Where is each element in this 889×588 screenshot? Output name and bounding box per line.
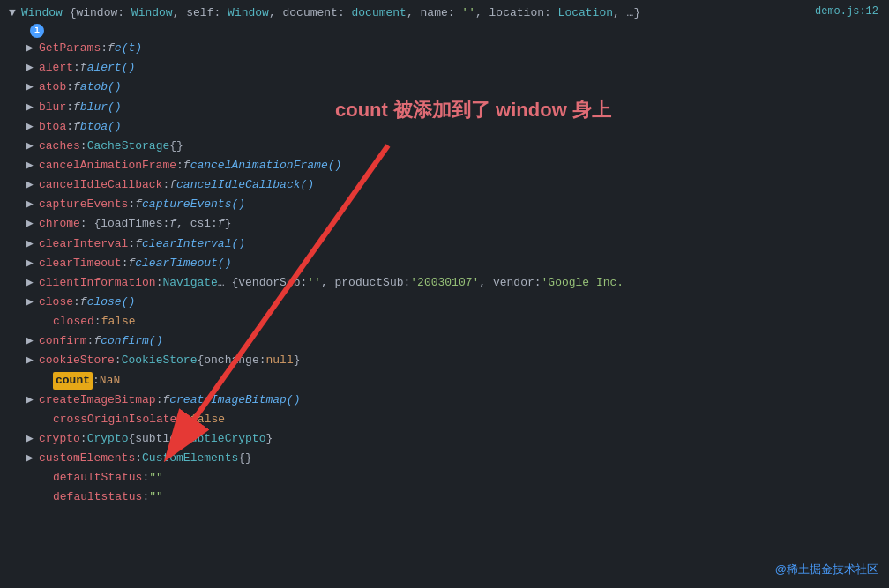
line-atob: ▶ atob: f atob() (0, 78, 889, 97)
file-reference: demo.js:12 (815, 5, 878, 18)
line-confirm: ▶ confirm: f confirm() (0, 331, 889, 351)
line-crypto: ▶ crypto: Crypto {subtle: SubtleCrypto} (0, 429, 889, 449)
line-caches: ▶ caches: CacheStorage {} (0, 137, 889, 156)
line-chrome: ▶ chrome: {loadTimes: f, csi: f} (0, 214, 889, 234)
console-panel: demo.js:12 ▼ Window {window: Window, sel… (0, 0, 889, 588)
expand-arrow[interactable]: ▶ (26, 157, 39, 175)
window-label: Window {window: Window, self: Window, do… (21, 4, 640, 22)
info-icon-line: i (0, 23, 889, 39)
line-defaultstatus: defaultstatus: "" (0, 488, 889, 507)
expand-arrow[interactable]: ▶ (26, 40, 39, 57)
line-clearTimeout: ▶ clearTimeout: f clearTimeout() (0, 254, 889, 273)
expand-arrow[interactable]: ▶ (26, 255, 39, 272)
line-cancelAnimationFrame: ▶ cancelAnimationFrame: f cancelAnimatio… (0, 156, 889, 175)
line-blur: ▶ blur: f blur() (0, 98, 889, 117)
expand-arrow[interactable]: ▶ (26, 450, 39, 467)
expand-arrow[interactable]: ▶ (26, 332, 39, 350)
expand-arrow[interactable]: ▼ (9, 4, 21, 22)
expand-arrow[interactable]: ▶ (26, 274, 39, 292)
line-defaultStatus: defaultStatus: "" (0, 468, 889, 488)
expand-arrow[interactable]: ▶ (26, 391, 39, 409)
expand-arrow[interactable]: ▶ (26, 215, 39, 233)
expand-arrow[interactable]: ▶ (26, 196, 39, 213)
watermark: @稀土掘金技术社区 (775, 562, 878, 577)
line-crossOriginIsolated: crossOriginIsolated: false (0, 410, 889, 429)
expand-arrow[interactable]: ▶ (26, 138, 39, 155)
line-customElements: ▶ customElements: CustomElements {} (0, 449, 889, 468)
line-closed: closed: false (0, 312, 889, 331)
line-cookieStore: ▶ cookieStore: CookieStore {onchange: nu… (0, 351, 889, 370)
count-highlight: count (53, 372, 93, 390)
line-captureEvents: ▶ captureEvents: f captureEvents() (0, 195, 889, 214)
expand-arrow[interactable]: ▶ (26, 59, 39, 77)
line-clearInterval: ▶ clearInterval: f clearInterval() (0, 234, 889, 254)
expand-arrow[interactable]: ▶ (26, 176, 39, 194)
expand-arrow[interactable]: ▶ (26, 294, 39, 311)
expand-arrow[interactable]: ▶ (26, 352, 39, 369)
line-cancelIdleCallback: ▶ cancelIdleCallback: f cancelIdleCallba… (0, 175, 889, 195)
expand-arrow[interactable]: ▶ (26, 430, 39, 448)
line-clientInformation: ▶ clientInformation: Navigate… {vendorSu… (0, 273, 889, 293)
window-header-line: ▼ Window {window: Window, self: Window, … (0, 4, 889, 23)
line-createImageBitmap: ▶ createImageBitmap: f createImageBitmap… (0, 391, 889, 410)
expand-arrow[interactable]: ▶ (26, 235, 39, 253)
line-close: ▶ close: f close() (0, 293, 889, 312)
line-alert: ▶ alert: f alert() (0, 58, 889, 78)
line-count: count: NaN (0, 371, 889, 391)
info-icon: i (30, 24, 44, 38)
line-getparams: ▶ GetParams: f e(t) (0, 39, 889, 58)
expand-arrow[interactable]: ▶ (26, 99, 39, 116)
expand-arrow[interactable]: ▶ (26, 78, 39, 96)
line-btoa: ▶ btoa: f btoa() (0, 117, 889, 137)
expand-arrow[interactable]: ▶ (26, 118, 39, 136)
